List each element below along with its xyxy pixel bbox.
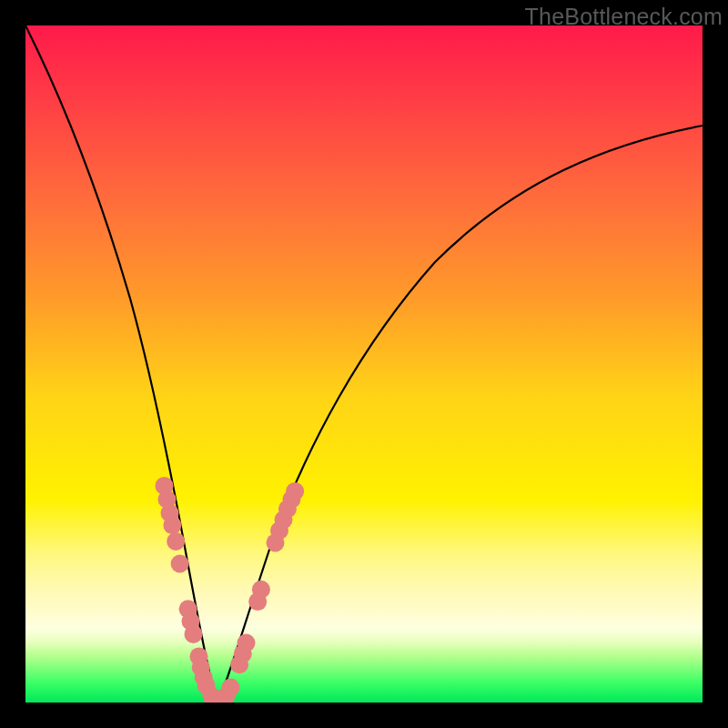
chart-svg xyxy=(25,25,703,703)
data-point xyxy=(171,555,189,573)
data-point xyxy=(252,581,270,599)
data-point xyxy=(167,532,185,551)
watermark-text: TheBottleneck.com xyxy=(525,4,723,30)
right-curve xyxy=(218,126,703,703)
data-point xyxy=(163,516,181,534)
data-point xyxy=(185,625,203,643)
data-point xyxy=(221,679,239,697)
plot-area xyxy=(25,25,703,703)
curve-layer xyxy=(25,25,703,703)
data-point xyxy=(238,634,256,652)
data-point xyxy=(286,482,304,500)
